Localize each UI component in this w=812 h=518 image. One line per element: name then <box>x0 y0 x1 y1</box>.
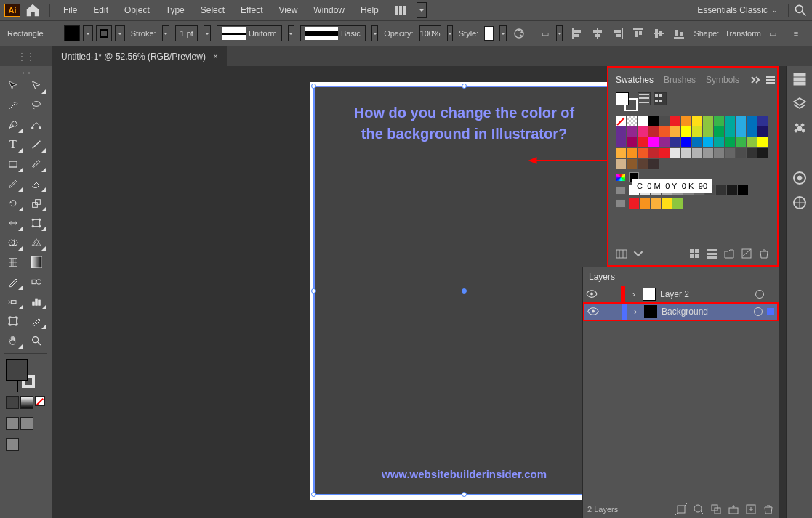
target-icon[interactable] <box>754 307 763 316</box>
swatch-item[interactable] <box>681 148 691 158</box>
swatch-group-folder-icon[interactable] <box>616 199 626 208</box>
swatch-item[interactable] <box>651 198 661 209</box>
swatch-item[interactable] <box>692 116 702 126</box>
vwp-dropdown[interactable] <box>288 25 294 41</box>
swatch-item[interactable] <box>747 126 757 137</box>
swatch-item[interactable] <box>703 137 713 147</box>
layer-row[interactable]: ›Background <box>584 304 777 320</box>
panel-menu-icon[interactable]: ≡ <box>787 25 805 42</box>
color-mode-icon[interactable] <box>6 396 19 409</box>
new-color-group-icon[interactable] <box>723 248 735 259</box>
appearance-icon[interactable] <box>792 121 807 136</box>
expand-icon[interactable]: › <box>630 289 638 299</box>
screen-mode-icon[interactable] <box>6 438 19 451</box>
selection-tool[interactable] <box>3 77 23 94</box>
swatch-item[interactable] <box>725 126 735 137</box>
swatch-item[interactable] <box>659 148 670 158</box>
swatch-item[interactable] <box>616 148 626 158</box>
align-right-icon[interactable] <box>609 25 627 42</box>
swatch-item[interactable] <box>714 148 724 158</box>
swatch-group-folder-icon[interactable] <box>616 173 626 182</box>
line-segment-tool[interactable] <box>26 136 47 153</box>
visibility-icon[interactable] <box>587 307 600 315</box>
brush-dropdown[interactable] <box>371 25 378 41</box>
swatch-item[interactable] <box>703 116 713 126</box>
swatch-item[interactable] <box>725 116 735 126</box>
swatch-item[interactable] <box>616 126 626 137</box>
swatch-item[interactable] <box>616 137 626 147</box>
swatch-item[interactable] <box>757 126 768 137</box>
isolate-icon[interactable]: ▭ <box>764 25 781 42</box>
curvature-tool[interactable] <box>26 116 47 134</box>
color-guide-icon[interactable] <box>792 195 807 210</box>
blend-tool[interactable] <box>26 273 47 291</box>
swatch-item[interactable] <box>648 116 659 126</box>
rectangle-tool[interactable] <box>3 155 23 173</box>
paintbrush-tool[interactable] <box>26 155 47 173</box>
eraser-tool[interactable] <box>26 175 47 193</box>
layer-name[interactable]: Layer 2 <box>660 289 689 299</box>
swatch-item[interactable] <box>725 137 735 147</box>
swatch-item[interactable] <box>714 126 724 137</box>
swatch-item[interactable] <box>648 148 659 158</box>
swatch-item[interactable] <box>627 126 637 137</box>
fill-dropdown[interactable] <box>83 25 93 41</box>
swatch-item[interactable] <box>703 126 713 137</box>
swatch-item[interactable] <box>757 148 768 158</box>
stroke-weight-dropdown[interactable] <box>204 25 210 41</box>
lasso-tool[interactable] <box>26 97 47 114</box>
menu-select[interactable]: Select <box>193 0 232 20</box>
grid-view-icon[interactable] <box>654 92 667 105</box>
swatch-item[interactable] <box>681 126 691 137</box>
close-tab-icon[interactable]: × <box>213 52 218 62</box>
tools-drag-handle-icon[interactable]: ⋮⋮ <box>3 70 49 75</box>
mesh-tool[interactable] <box>3 254 23 271</box>
direct-selection-tool[interactable] <box>26 77 47 94</box>
opacity-input[interactable]: 100% <box>419 25 441 41</box>
zoom-tool[interactable] <box>26 332 47 349</box>
swatch-item[interactable] <box>640 198 650 209</box>
swatch-item[interactable] <box>681 137 691 147</box>
pen-tool[interactable] <box>3 116 23 134</box>
new-layer-icon[interactable] <box>745 503 757 515</box>
align-bottom-icon[interactable] <box>670 25 688 42</box>
free-transform-tool[interactable] <box>26 214 47 232</box>
swatch-item[interactable] <box>703 148 713 158</box>
swatch-item[interactable] <box>757 116 768 126</box>
swatch-item[interactable] <box>659 126 670 137</box>
tab-symbols[interactable]: Symbols <box>706 75 739 85</box>
shape-builder-tool[interactable] <box>3 234 23 251</box>
swatch-item[interactable] <box>747 137 757 147</box>
swatch-item[interactable] <box>627 159 637 169</box>
list-view-icon[interactable] <box>638 92 651 105</box>
swatch-item[interactable] <box>627 116 637 126</box>
column-graph-tool[interactable] <box>26 293 47 310</box>
align-to-dropdown[interactable] <box>556 25 563 41</box>
menu-effect[interactable]: Effect <box>233 0 270 20</box>
color-panel-icon[interactable] <box>792 171 807 185</box>
swatch-libraries-icon[interactable] <box>616 248 627 259</box>
home-icon[interactable] <box>25 2 41 18</box>
arrange-documents-dropdown[interactable] <box>417 2 427 18</box>
background-rectangle[interactable]: How do you change the color of the backg… <box>315 87 614 495</box>
locate-object-icon[interactable] <box>675 503 687 515</box>
graphic-style-dropdown[interactable] <box>499 25 506 41</box>
swatch-item[interactable] <box>736 126 746 137</box>
type-tool[interactable]: T <box>3 136 23 153</box>
swatch-item[interactable] <box>670 148 680 158</box>
collapse-icon[interactable] <box>749 74 761 86</box>
swatch-item[interactable] <box>670 126 680 137</box>
stroke-weight-input[interactable]: 1 pt <box>175 25 198 41</box>
swatch-item[interactable] <box>629 198 639 209</box>
swatch-item[interactable] <box>638 116 648 126</box>
align-vcenter-icon[interactable] <box>650 25 667 42</box>
locate-layer-icon[interactable] <box>693 503 704 515</box>
swatch-libraries-dropdown-icon[interactable] <box>633 248 643 259</box>
align-top-icon[interactable] <box>630 25 647 42</box>
layer-row[interactable]: ›Layer 2 <box>583 286 779 302</box>
swatch-group-folder-icon[interactable] <box>616 186 626 195</box>
recolor-artwork-icon[interactable] <box>512 25 526 42</box>
swatch-item[interactable] <box>738 185 748 195</box>
pencil-tool[interactable] <box>3 175 23 193</box>
tab-layers[interactable]: Layers <box>589 272 615 282</box>
